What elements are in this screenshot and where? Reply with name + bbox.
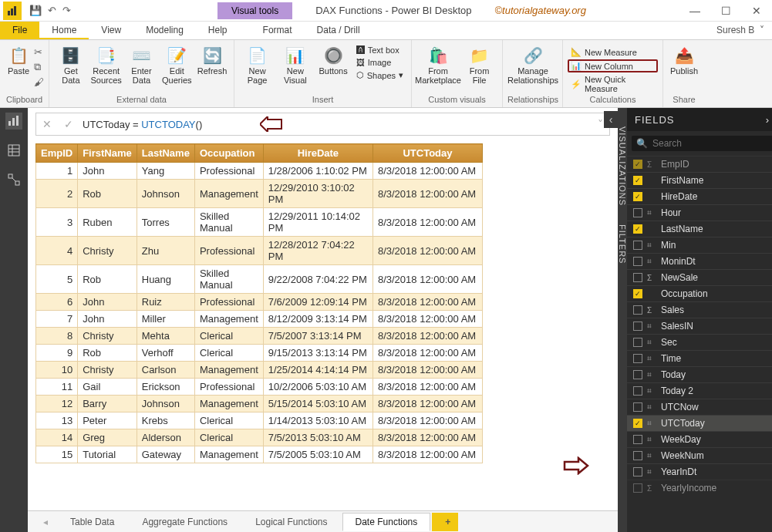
model-view-button[interactable] [5, 171, 22, 188]
formula-commit-icon[interactable]: ✓ [58, 118, 79, 130]
from-file-button[interactable]: 📁From File [461, 42, 497, 85]
undo-icon[interactable]: ↶ [48, 5, 56, 16]
field-checkbox[interactable] [633, 322, 642, 331]
field-item[interactable]: ΣYearlyIncome [627, 480, 772, 496]
field-item[interactable]: ⌗UTCNow [627, 399, 772, 415]
tab-help[interactable]: Help [196, 22, 240, 39]
field-checkbox[interactable] [633, 305, 642, 315]
image-button[interactable]: 🖼 Image [353, 57, 406, 68]
table-row[interactable]: 15TutorialGatewayManagement7/5/2005 5:03… [36, 446, 483, 463]
table-row[interactable]: 14GregAldersonClerical7/5/2013 5:03:10 A… [36, 429, 483, 446]
page-tab[interactable]: Table Data [57, 513, 127, 531]
new-visual-button[interactable]: 📊New Visual [277, 42, 313, 85]
field-item[interactable]: ⌗Hour [627, 204, 772, 221]
table-row[interactable]: 13PeterKrebsClerical1/14/2013 5:03:10 AM… [36, 412, 483, 429]
formula-text[interactable]: UTCToday = UTCTODAY() [79, 119, 592, 130]
add-page-button[interactable]: + [432, 513, 458, 531]
page-prev-icon[interactable]: ◂ [43, 517, 48, 527]
tab-home[interactable]: Home [39, 22, 89, 39]
field-checkbox[interactable] [633, 208, 642, 217]
formula-bar[interactable]: ✕ ✓ UTCToday = UTCTODAY() ˅ [35, 113, 610, 136]
edit-queries-button[interactable]: 📝Edit Queries [160, 42, 194, 85]
field-item[interactable]: ⌗Sec [627, 334, 772, 350]
formula-cancel-icon[interactable]: ✕ [36, 118, 58, 130]
table-row[interactable]: 11GailEricksonProfessional10/2/2006 5:03… [36, 379, 483, 396]
field-checkbox[interactable] [633, 241, 642, 250]
fields-search-input[interactable] [652, 138, 768, 149]
refresh-button[interactable]: 🔄Refresh [195, 42, 229, 76]
report-view-button[interactable] [5, 113, 22, 130]
field-item[interactable]: ⌗WeekNum [627, 447, 772, 463]
page-tab[interactable]: Logical Functions [242, 513, 340, 531]
table-row[interactable]: 12BarryJohnsonManagement5/15/2014 5:03:1… [36, 396, 483, 412]
field-checkbox[interactable] [633, 386, 642, 396]
table-row[interactable]: 1JohnYangProfessional1/28/2006 1:10:02 P… [36, 163, 483, 180]
table-row[interactable]: 9RobVerhoffClerical9/15/2013 3:13:14 PM8… [36, 345, 483, 362]
visualizations-pane-collapsed[interactable]: VISUALIZATIONS [618, 126, 627, 206]
new-page-button[interactable]: 📄New Page [239, 42, 275, 85]
field-checkbox[interactable] [633, 273, 642, 282]
column-header[interactable]: EmpID [36, 144, 78, 163]
page-tab[interactable]: Aggregate Functions [129, 513, 241, 531]
column-header[interactable]: FirstName [78, 144, 137, 163]
new-measure-button[interactable]: 📐 New Measure [568, 46, 658, 58]
field-item[interactable]: ✓LastName [627, 221, 772, 237]
tab-view[interactable]: View [89, 22, 133, 39]
buttons-button[interactable]: 🔘Buttons [315, 42, 351, 76]
field-checkbox[interactable]: ✓ [633, 176, 642, 185]
table-row[interactable]: 4ChristyZhuProfessional12/28/2012 7:04:2… [36, 237, 483, 265]
text-box-button[interactable]: 🅰 Text box [353, 45, 406, 56]
field-item[interactable]: ⌗WeekDay [627, 431, 772, 447]
copy-icon[interactable]: ⧉ [34, 61, 44, 73]
tab-modeling[interactable]: Modeling [133, 22, 196, 39]
table-row[interactable]: 2RobJohnsonManagement12/29/2010 3:10:02 … [36, 180, 483, 208]
field-item[interactable]: ✓Occupation [627, 285, 772, 301]
table-row[interactable]: 6JohnRuizProfessional7/6/2009 12:09:14 P… [36, 294, 483, 311]
maximize-button[interactable]: ☐ [710, 0, 741, 22]
get-data-button[interactable]: 🗄️Get Data [54, 42, 88, 85]
close-button[interactable]: ✕ [741, 0, 772, 22]
redo-icon[interactable]: ↷ [62, 5, 71, 16]
paste-button[interactable]: 📋Paste [5, 42, 32, 76]
table-row[interactable]: 7JohnMillerManagement8/12/2009 3:13:14 P… [36, 311, 483, 328]
enter-data-button[interactable]: ⌨️Enter Data [125, 42, 159, 85]
field-checkbox[interactable]: ✓ [633, 192, 642, 201]
field-checkbox[interactable] [633, 370, 642, 379]
file-tab[interactable]: File [0, 22, 39, 39]
field-checkbox[interactable] [633, 435, 642, 444]
table-row[interactable]: 10ChristyCarlsonManagement1/25/2014 4:14… [36, 362, 483, 379]
column-header[interactable]: HireDate [263, 144, 373, 163]
field-checkbox[interactable] [633, 483, 642, 493]
new-quick-measure-button[interactable]: ⚡ New Quick Measure [568, 74, 658, 94]
recent-sources-button[interactable]: 📑Recent Sources [89, 42, 123, 85]
field-item[interactable]: ⌗Today [627, 366, 772, 382]
field-item[interactable]: ✓ΣEmpID [627, 156, 772, 172]
table-row[interactable]: 5RobHuangSkilled Manual9/22/2008 7:04:22… [36, 265, 483, 294]
column-header[interactable]: LastName [137, 144, 194, 163]
cut-icon[interactable]: ✂ [34, 46, 44, 58]
field-item[interactable]: ΣSales [627, 301, 772, 318]
manage-relationships-button[interactable]: 🔗Manage Relationships [507, 42, 558, 85]
table-row[interactable]: 3RubenTorresSkilled Manual12/29/2011 10:… [36, 208, 483, 237]
minimize-button[interactable]: — [679, 0, 710, 22]
new-column-button[interactable]: 📊 New Column [568, 59, 658, 72]
field-item[interactable]: ⌗Min [627, 237, 772, 253]
field-checkbox[interactable]: ✓ [633, 224, 642, 234]
field-checkbox[interactable] [633, 402, 642, 412]
field-checkbox[interactable]: ✓ [633, 289, 642, 298]
field-item[interactable]: ✓FirstName [627, 172, 772, 188]
field-item[interactable]: ⌗MoninDt [627, 253, 772, 269]
field-item[interactable]: ⌗SalesIN [627, 318, 772, 334]
column-header[interactable]: UTCToday [373, 144, 482, 163]
field-checkbox[interactable] [633, 338, 642, 347]
field-checkbox[interactable] [633, 354, 642, 363]
save-icon[interactable]: 💾 [29, 5, 42, 16]
field-item[interactable]: ⌗Today 2 [627, 382, 772, 399]
format-painter-icon[interactable]: 🖌 [34, 76, 44, 88]
from-marketplace-button[interactable]: 🛍️From Marketplace [416, 42, 460, 85]
field-checkbox[interactable] [633, 451, 642, 460]
shapes-button[interactable]: ⬡ Shapes ▾ [353, 69, 406, 81]
field-item[interactable]: ΣNewSale [627, 269, 772, 285]
field-checkbox[interactable]: ✓ [633, 419, 642, 428]
field-item[interactable]: ✓HireDate [627, 188, 772, 204]
